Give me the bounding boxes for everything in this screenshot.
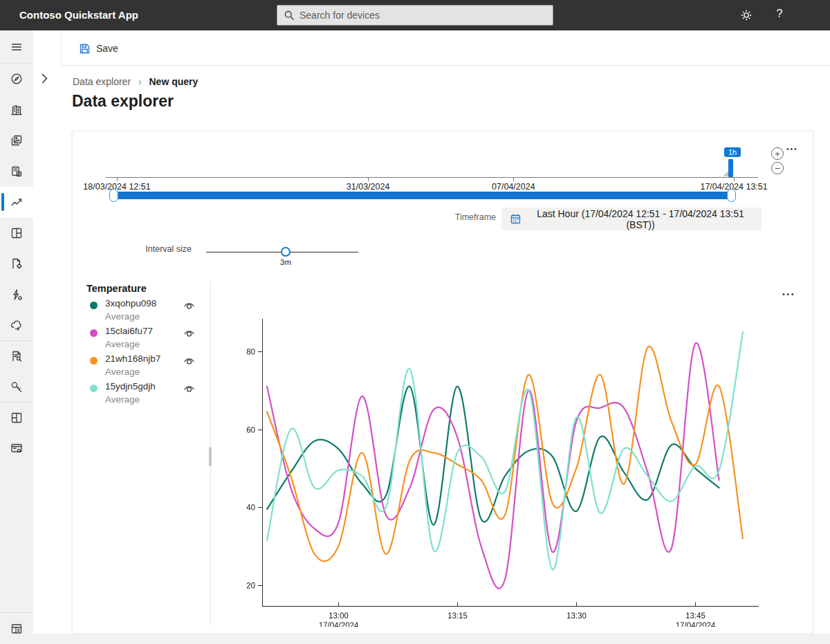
search-input[interactable]: [299, 6, 548, 25]
device-search: [277, 5, 553, 26]
calendar-icon: [510, 213, 522, 225]
legend-device-id: 15ydjn5gdjh: [105, 381, 156, 392]
timeline-date-label: 31/03/2024: [347, 182, 390, 192]
sidebar-item-rules[interactable]: [0, 279, 33, 311]
chart-more-menu[interactable]: •••: [782, 290, 795, 298]
timeframe-button[interactable]: Last Hour (17/04/2024 12:51 - 17/04/2024…: [501, 208, 762, 230]
sidebar-item-app-switcher[interactable]: [0, 612, 33, 644]
series-color-dot: [90, 302, 98, 309]
data-export-icon: [10, 318, 24, 332]
customization-icon: [10, 441, 24, 455]
range-handle-end[interactable]: [727, 189, 736, 202]
time-range-slider[interactable]: [111, 192, 735, 199]
timeline-window-tag: 1h: [724, 147, 741, 157]
eye-icon: [183, 326, 196, 340]
legend-stat-label: Average: [105, 311, 140, 322]
search-icon: [284, 10, 295, 21]
timeline-tick: [513, 177, 514, 181]
data-explorer-icon: [10, 195, 24, 209]
sidebar-item-audit-logs[interactable]: [0, 341, 33, 372]
legend-item: 3xqohpu098Average: [86, 297, 208, 325]
sidebar-item-permissions[interactable]: [0, 371, 33, 403]
breadcrumb-new-query: New query: [149, 76, 199, 87]
nav-expander-rail: [33, 30, 61, 644]
sidebar-item-menu[interactable]: [0, 30, 33, 64]
audit-logs-icon: [10, 349, 24, 363]
legend-stat-label: Average: [105, 339, 140, 349]
settings-button[interactable]: [739, 8, 753, 22]
page-title: Data explorer: [72, 92, 174, 111]
interval-size-label: Interval size: [114, 244, 192, 254]
sidebar-item-data-export[interactable]: [0, 310, 33, 341]
legend-item: 21wh168njb7Average: [86, 353, 208, 380]
toggle-series-visibility-button[interactable]: [179, 380, 199, 398]
timeline-zoom-out-button[interactable]: −: [771, 162, 784, 174]
eye-icon: [183, 354, 196, 367]
command-bar: Save: [61, 30, 830, 66]
menu-icon: [10, 40, 24, 54]
sidebar-item-edit-layout[interactable]: [0, 403, 33, 434]
save-button[interactable]: Save: [79, 38, 118, 59]
eye-icon: [183, 299, 196, 312]
save-icon: [79, 43, 91, 55]
legend-item: 15ydjn5gdjhAverage: [86, 380, 208, 408]
timeline-more-menu[interactable]: •••: [786, 145, 798, 153]
sidebar-item-device-templates[interactable]: [0, 156, 33, 187]
chevron-right-icon: [41, 73, 48, 84]
legend-title: Temperature: [86, 283, 147, 294]
legend-device-id: 21wh168njb7: [105, 353, 160, 364]
toggle-series-visibility-button[interactable]: [179, 325, 199, 343]
sidebar-item-data-explorer[interactable]: [0, 187, 33, 218]
series-color-dot: [90, 385, 98, 392]
device-groups-icon: [10, 134, 24, 147]
toggle-series-visibility-button[interactable]: [179, 297, 199, 315]
legend-device-id: 3xqohpu098: [105, 298, 156, 309]
sidebar-item-devices[interactable]: [0, 95, 33, 126]
timeline-tick: [368, 177, 369, 181]
interval-slider-handle[interactable]: [281, 247, 290, 257]
help-button[interactable]: ?: [773, 8, 786, 20]
main-area: Save Data explorer › New query Data expl…: [61, 30, 830, 644]
timeline-zoom-in-button[interactable]: +: [771, 147, 784, 160]
data-explorer-page: Contoso Quickstart App ? Save: [0, 0, 830, 644]
device-templates-icon: [10, 165, 24, 178]
chart-legend: 3xqohpu098Average15clai6fu77Average21wh1…: [86, 297, 208, 408]
timeline-axis: [106, 177, 758, 178]
sidebar-item-jobs[interactable]: [0, 248, 33, 279]
expand-nav-button[interactable]: [41, 73, 52, 85]
legend-scrollbar-thumb[interactable]: [209, 447, 212, 466]
sidebar-item-dashboard[interactable]: [0, 64, 33, 95]
temperature-chart-canvas: [232, 305, 778, 627]
gear-icon: [739, 8, 753, 22]
breadcrumb-separator: ›: [138, 76, 142, 87]
top-app-bar: Contoso Quickstart App ?: [0, 0, 830, 30]
jobs-icon: [10, 257, 24, 270]
series-color-dot: [90, 329, 98, 337]
left-nav-rail: [0, 30, 33, 644]
timeframe-label: Timeframe: [391, 212, 496, 222]
eye-icon: [183, 382, 196, 395]
sidebar-item-dashboards[interactable]: [0, 218, 33, 249]
toggle-series-visibility-button[interactable]: [179, 353, 199, 371]
sidebar-item-device-groups[interactable]: [0, 125, 33, 156]
breadcrumb: Data explorer › New query: [73, 76, 198, 87]
edit-layout-icon: [10, 411, 24, 425]
dashboard-icon: [10, 72, 24, 86]
sidebar-item-customization[interactable]: [0, 433, 33, 464]
legend-stat-label: Average: [105, 394, 140, 405]
legend-device-id: 15clai6fu77: [105, 326, 153, 336]
save-label: Save: [96, 43, 118, 54]
query-card: + − ••• 18/03/2024 12:5131/03/202407/04/…: [72, 131, 813, 634]
rules-icon: [10, 288, 24, 302]
timeline-date-label: 07/04/2024: [492, 182, 535, 192]
breadcrumb-data-explorer[interactable]: Data explorer: [73, 76, 131, 87]
timeline-tick: [734, 177, 735, 181]
range-handle-start[interactable]: [109, 189, 118, 202]
legend-item: 15clai6fu77Average: [86, 325, 208, 353]
interval-size-value: 3m: [276, 258, 295, 266]
page-bottom-strip: [33, 634, 830, 644]
series-color-dot: [90, 357, 98, 365]
timeline-tick: [117, 177, 118, 181]
app-title: Contoso Quickstart App: [19, 0, 138, 30]
content-area: Data explorer › New query Data explorer …: [61, 66, 830, 644]
